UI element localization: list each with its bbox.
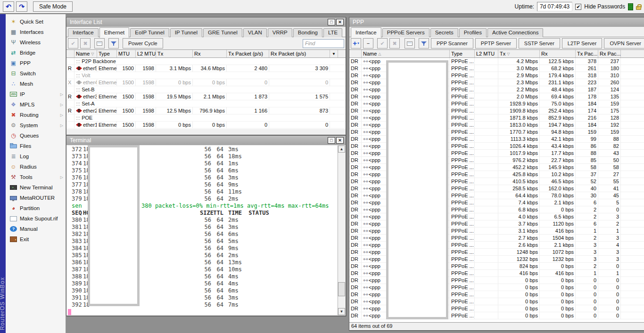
- comment-row[interactable]: :::Set-B: [66, 86, 346, 93]
- filter-button[interactable]: [108, 38, 119, 49]
- column-header-name[interactable]: Name▽: [74, 50, 97, 57]
- tab-profiles[interactable]: Profiles: [459, 28, 487, 37]
- uptime-value: 7d 07:49:43: [537, 2, 572, 11]
- terminal-titlebar[interactable]: Terminal □ ✕: [66, 136, 346, 145]
- comment-row[interactable]: :::POE: [66, 114, 346, 122]
- sidebar-item-ip[interactable]: 255IP▷: [6, 89, 66, 99]
- column-header-rx[interactable]: Rx: [540, 50, 576, 57]
- sidebar-item-manual[interactable]: ?Manual: [6, 224, 66, 234]
- tab-vlan[interactable]: VLAN: [243, 28, 267, 37]
- sidebar-item-log[interactable]: ≣Log: [6, 151, 66, 162]
- tab-ethernet[interactable]: Ethernet: [99, 27, 129, 38]
- filter-button[interactable]: [419, 38, 429, 49]
- sidebar-item-mesh[interactable]: ∴Mesh: [6, 79, 66, 89]
- column-header-name[interactable]: Name△: [362, 50, 450, 57]
- sidebar-item-bridge[interactable]: ⇄Bridge: [6, 48, 66, 58]
- pptp-server-button[interactable]: PPTP Server: [475, 38, 517, 49]
- sidebar-item-ppp[interactable]: ▣PPP: [6, 58, 66, 68]
- tab-gre-tunnel[interactable]: GRE Tunnel: [203, 28, 242, 37]
- column-header-rx-packet-p-s-[interactable]: Rx Packet (p/s): [269, 50, 330, 57]
- enable-button[interactable]: ✔: [377, 38, 388, 49]
- column-header-l2-mtu[interactable]: L2 MTU: [136, 50, 156, 57]
- type-cell: PPPoE ...: [450, 107, 475, 114]
- tab-lte[interactable]: LTE: [323, 28, 342, 37]
- disable-button[interactable]: ✖: [389, 38, 400, 49]
- find-input[interactable]: [303, 39, 344, 48]
- redo-button[interactable]: ↷: [16, 1, 27, 12]
- comment-row[interactable]: :::Volt: [66, 72, 346, 79]
- power-cycle-button[interactable]: Power Cycle: [123, 38, 163, 49]
- column-header-type[interactable]: Type: [97, 50, 117, 57]
- column-header-l2-mtu[interactable]: L2 MTU: [475, 50, 498, 57]
- sidebar-item-switch[interactable]: ⊟Switch: [6, 68, 66, 79]
- column-header-rx[interactable]: Rx: [193, 50, 227, 57]
- tab-interface[interactable]: Interface: [68, 28, 99, 37]
- hide-passwords-checkbox[interactable]: ✔: [575, 4, 581, 10]
- sidebar-item-files[interactable]: Files: [6, 141, 66, 151]
- close-button[interactable]: ✕: [336, 19, 344, 25]
- scrollbar-thumb[interactable]: [338, 282, 345, 296]
- sidebar-item-queues[interactable]: ◷Queues: [6, 130, 66, 141]
- sidebar-item-new-terminal[interactable]: >_New Terminal: [6, 182, 66, 193]
- undo-button[interactable]: ↶: [3, 1, 14, 12]
- sidebar-item-radius[interactable]: ☺Radius: [6, 162, 66, 172]
- column-header-tx-packet-p-s-[interactable]: Tx Packet (p/s): [227, 50, 269, 57]
- sidebar-item-quick-set[interactable]: ✶Quick Set: [6, 16, 66, 27]
- ppp-scanner-button[interactable]: PPP Scanner: [431, 38, 473, 49]
- scroll-up-icon[interactable]: ▲: [338, 146, 345, 153]
- ovpn-server-button[interactable]: OVPN Server: [604, 38, 644, 49]
- maximize-button[interactable]: □: [328, 137, 335, 144]
- tab-secrets[interactable]: Secrets: [430, 28, 458, 37]
- sidebar-item-partition[interactable]: ◕Partition: [6, 203, 66, 213]
- close-button[interactable]: ✕: [336, 137, 344, 144]
- tab-active-connections[interactable]: Active Connections: [487, 28, 543, 37]
- sidebar-item-wireless[interactable]: ΨWireless: [6, 37, 66, 48]
- interface-list-titlebar[interactable]: Interface List □ ✕: [66, 17, 346, 27]
- sidebar-item-exit[interactable]: Exit: [6, 234, 66, 244]
- interface-row[interactable]: Rether5Ethernet150015983.1 Mbps34.6 Mbps…: [66, 65, 346, 72]
- comment-row[interactable]: :::Set-A: [66, 100, 346, 107]
- disable-button[interactable]: ✖: [80, 38, 91, 49]
- column-header-type[interactable]: Type: [450, 50, 475, 57]
- comment-button[interactable]: [405, 38, 415, 49]
- column-header-tx[interactable]: Tx▽: [498, 50, 540, 57]
- sidebar-item-interfaces[interactable]: ▦Interfaces: [6, 27, 66, 37]
- tab-vrrp[interactable]: VRRP: [268, 28, 292, 37]
- sidebar-item-metarouter[interactable]: MetaROUTER: [6, 193, 66, 203]
- column-header-rx-pac-[interactable]: Rx Pac...: [598, 50, 621, 57]
- tab-pppoe-servers[interactable]: PPPoE Servers: [382, 28, 429, 37]
- terminal-scrollbar[interactable]: ▲ ▼: [338, 146, 345, 315]
- sidebar-item-routing[interactable]: ✖Routing▷: [6, 110, 66, 120]
- comment-button[interactable]: [94, 38, 105, 49]
- column-header-mtu[interactable]: MTU: [117, 50, 136, 57]
- tx-packet-cell: 37: [576, 171, 598, 178]
- tab-eoip-tunnel[interactable]: EoIP Tunnel: [130, 28, 169, 37]
- column-header-tx-pac-[interactable]: Tx Pac...: [576, 50, 598, 57]
- sidebar-item-make-supout[interactable]: Make Supout.rif: [6, 213, 66, 224]
- sidebar-item-mpls[interactable]: ❖MPLS▷: [6, 99, 66, 110]
- interface-row[interactable]: Xether4Ethernet150015980 bps0 bps00: [66, 79, 346, 86]
- ppp-titlebar[interactable]: PPP: [349, 17, 644, 27]
- tab-bonding[interactable]: Bonding: [293, 28, 322, 37]
- column-header-tx[interactable]: Tx: [156, 50, 193, 57]
- safe-mode-button[interactable]: Safe Mode: [33, 1, 73, 12]
- rx-cell: 145.9 kbps: [540, 164, 576, 171]
- interface-row[interactable]: ether1Ethernet150015980 bps0 bps00: [66, 122, 346, 129]
- tab-ip-tunnel[interactable]: IP Tunnel: [170, 28, 202, 37]
- comment-row[interactable]: :::P2P Backbone: [66, 58, 346, 65]
- remove-button[interactable]: −: [363, 38, 373, 49]
- maximize-button[interactable]: □: [328, 19, 335, 25]
- enable-button[interactable]: ✔: [68, 38, 78, 49]
- submenu-arrow-icon: ▷: [60, 123, 63, 128]
- interface-row[interactable]: Rether3Ethernet1500159819.5 Mbps2.1 Mbps…: [66, 93, 346, 100]
- interface-row[interactable]: Rether2Ethernet1500159812.5 Mbps796.9 kb…: [66, 107, 346, 114]
- scroll-down-icon[interactable]: ▼: [338, 308, 345, 315]
- sstp-server-button[interactable]: SSTP Server: [519, 38, 560, 49]
- l2tp-server-button[interactable]: L2TP Server: [562, 38, 603, 49]
- tab-interface[interactable]: Interface: [351, 27, 381, 38]
- add-button[interactable]: +▾: [351, 38, 361, 49]
- sidebar-item-system[interactable]: ⚙System▷: [6, 120, 66, 130]
- sidebar-item-tools[interactable]: ⚒Tools▷: [6, 172, 66, 182]
- comment-text: P2P Backbone: [82, 58, 116, 64]
- column-select-button[interactable]: ▼: [330, 50, 338, 57]
